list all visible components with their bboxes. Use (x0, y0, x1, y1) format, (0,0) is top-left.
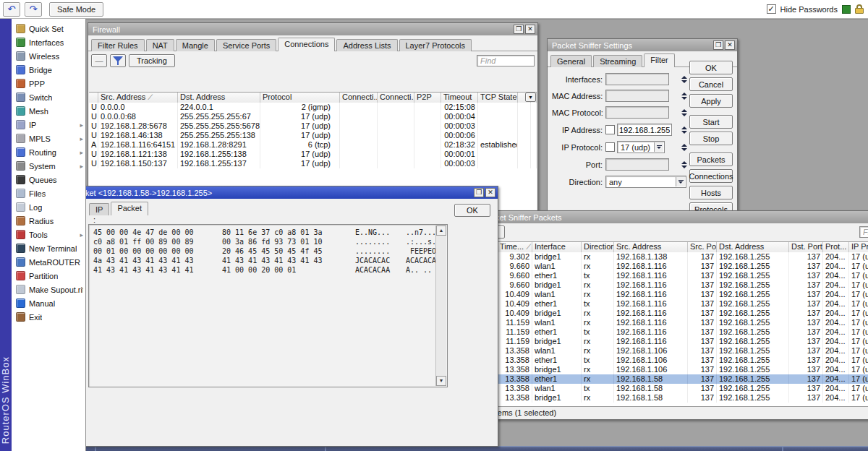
column-header-tcp-state[interactable]: TCP State (478, 93, 518, 103)
connections-button[interactable]: Connections (689, 169, 733, 183)
table-row[interactable]: 13.358wlan1tx192.168.1.58137192.168.1.25… (478, 384, 868, 393)
maximize-icon[interactable]: ❒ (474, 188, 484, 197)
mac-address-input[interactable] (605, 90, 669, 102)
scroll-down-icon[interactable]: ▼ (436, 376, 446, 386)
maximize-icon[interactable]: ❒ (514, 25, 524, 34)
sniffer-settings-titlebar[interactable]: Packet Sniffer Settings ❒ ✕ (548, 39, 737, 51)
port-spinner[interactable] (678, 158, 689, 171)
column-header-src-port[interactable]: Src. Port (688, 242, 717, 252)
tab-service-ports[interactable]: Service Ports (216, 39, 276, 51)
close-icon[interactable]: ✕ (525, 25, 535, 34)
packet-detail-titlebar[interactable]: Packet <192.168.1.58->192.168.1.255> ❒ ✕ (86, 186, 498, 199)
direction-select[interactable]: any (605, 176, 686, 188)
sniffer-packets-titlebar[interactable]: Packet Sniffer Packets ❒ ✕ (477, 211, 868, 223)
table-row[interactable]: 13.358ether1rx192.168.1.58137192.168.1.2… (478, 374, 868, 384)
sidebar-item-queues[interactable]: Queues (12, 173, 85, 186)
scroll-up-icon[interactable]: ▲ (436, 226, 446, 236)
sidebar-item-manual[interactable]: Manual (12, 296, 85, 310)
column-header-ip-pr[interactable]: IP Pr... (849, 242, 868, 252)
hex-scrollbar[interactable]: ▲ ▼ (435, 226, 446, 386)
sidebar-item-ppp[interactable]: PPP (12, 77, 85, 90)
tab-general[interactable]: General (550, 55, 592, 67)
sidebar-item-wireless[interactable]: Wireless (12, 49, 85, 63)
interfaces-input[interactable] (605, 73, 669, 85)
close-icon[interactable]: ✕ (485, 188, 495, 197)
port-input[interactable] (605, 158, 669, 171)
sidebar-item-partition[interactable]: Partition (12, 269, 85, 283)
sidebar-item-files[interactable]: Files (12, 186, 85, 200)
table-row[interactable]: 11.159bridge1rx192.168.1.116137192.168.1… (478, 337, 868, 346)
column-header-protocol[interactable]: Protocol (260, 93, 340, 103)
table-row[interactable]: 9.660ether1tx192.168.1.116137192.168.1.2… (478, 271, 868, 280)
column-header-timeout[interactable]: Timeout (441, 93, 478, 103)
apply-button[interactable]: Apply (689, 94, 733, 108)
column-header-src-address[interactable]: Src. Address∕ (98, 93, 178, 103)
mac-protocol-spinner[interactable] (678, 106, 689, 119)
table-row[interactable]: 9.660wlan1rx192.168.1.116137192.168.1.25… (478, 262, 868, 271)
sidebar-item-tools[interactable]: Tools▸ (12, 228, 85, 241)
column-header-src-address[interactable]: Src. Address (614, 242, 688, 252)
sidebar-item-mesh[interactable]: Mesh (12, 104, 85, 118)
cancel-button[interactable]: Cancel (689, 77, 733, 91)
sidebar-item-radius[interactable]: Radius (12, 214, 85, 228)
sidebar-item-bridge[interactable]: Bridge (12, 63, 85, 77)
table-row[interactable]: U192.168.1.121:138192.168.1.255:13817 (u… (89, 150, 537, 159)
packets-find-input[interactable] (859, 226, 868, 238)
column-header-interface[interactable]: Interface (532, 242, 582, 252)
column-header-p2p[interactable]: P2P (414, 93, 441, 103)
hex-dump-area[interactable]: 45 00 00 4e 47 de 00 0080 11 6e 37 c0 a8… (88, 224, 448, 387)
undo-button[interactable]: ↶ (3, 2, 20, 17)
ok-button[interactable]: OK (454, 204, 490, 217)
sidebar-item-log[interactable]: Log (12, 200, 85, 214)
column-header-connecti[interactable]: Connecti... (378, 93, 414, 103)
hosts-button[interactable]: Hosts (689, 186, 733, 199)
tab-connections[interactable]: Connections (278, 38, 335, 51)
tab-address-lists[interactable]: Address Lists (336, 39, 397, 51)
mac-address-spinner[interactable] (678, 90, 689, 102)
tab-mangle[interactable]: Mangle (176, 39, 215, 51)
column-header-dst-address[interactable]: Dst. Address (178, 93, 260, 103)
sidebar-item-interfaces[interactable]: Interfaces (12, 35, 85, 49)
column-select-button[interactable]: ▼ (525, 93, 536, 102)
tab-filter-rules[interactable]: Filter Rules (91, 39, 145, 51)
table-row[interactable]: 10.409bridge1rx192.168.1.116137192.168.1… (478, 309, 868, 318)
table-row[interactable]: U192.168.1.46:138255.255.255.255:13817 (… (89, 131, 537, 140)
tab-ip[interactable]: IP (89, 203, 109, 215)
table-row[interactable]: U0.0.0.0:68255.255.255.255:6717 (udp)00:… (89, 112, 537, 121)
packets-button[interactable]: Packets (689, 153, 733, 166)
maximize-icon[interactable]: ❒ (713, 40, 723, 50)
table-row[interactable]: 9.660bridge1rx192.168.1.116137192.168.1.… (478, 280, 868, 290)
sidebar-item-mpls[interactable]: MPLS▸ (12, 132, 85, 145)
sidebar-item-metarouter[interactable]: MetaROUTER (12, 255, 85, 269)
safe-mode-button[interactable]: Safe Mode (49, 2, 103, 17)
ip-address-spinner[interactable] (678, 124, 689, 136)
redo-button[interactable]: ↷ (25, 2, 42, 17)
ip-protocol-spinner[interactable] (678, 141, 689, 153)
column-header-dst-address[interactable]: Dst. Address (717, 242, 789, 252)
table-row[interactable]: 9.302bridge1rx192.168.1.138137192.168.1.… (478, 252, 868, 262)
table-row[interactable]: 13.358bridge1rx192.168.1.106137192.168.1… (478, 365, 868, 374)
table-row[interactable]: U192.168.1.150:137192.168.1.255:13717 (u… (89, 159, 537, 168)
table-row[interactable]: A192.168.1.116:64151192.168.1.28:82916 (… (89, 140, 537, 150)
table-row[interactable]: 13.358ether1tx192.168.1.106137192.168.1.… (478, 356, 868, 365)
column-header-prot[interactable]: Prot... (823, 242, 849, 252)
table-row[interactable]: 13.358bridge1rx192.168.1.58137192.168.1.… (478, 393, 868, 403)
sidebar-item-ip[interactable]: IP▸ (12, 118, 85, 132)
start-button[interactable]: Start (689, 115, 733, 129)
filter-button[interactable] (110, 54, 126, 67)
remove-connection-button[interactable]: — (91, 54, 107, 67)
tab-nat[interactable]: NAT (146, 39, 174, 51)
column-header-dst-port[interactable]: Dst. Port (789, 242, 823, 252)
chevron-down-icon[interactable] (654, 142, 663, 152)
mac-protocol-input[interactable] (605, 106, 669, 119)
tab-filter[interactable]: Filter (644, 53, 674, 67)
sidebar-item-new-terminal[interactable]: New Terminal (12, 241, 85, 255)
firewall-titlebar[interactable]: Firewall ❒ ✕ (88, 23, 537, 35)
hide-passwords-checkbox[interactable]: ✓ (767, 4, 776, 14)
tab-layer7-protocols[interactable]: Layer7 Protocols (399, 39, 472, 51)
table-row[interactable]: U0.0.0.0224.0.0.12 (igmp)02:15:08 (89, 103, 537, 112)
ip-protocol-checkbox[interactable] (605, 142, 615, 152)
tracking-button[interactable]: Tracking (129, 54, 175, 67)
close-icon[interactable]: ✕ (725, 40, 735, 50)
column-header-connecti[interactable]: Connecti... (340, 93, 378, 103)
